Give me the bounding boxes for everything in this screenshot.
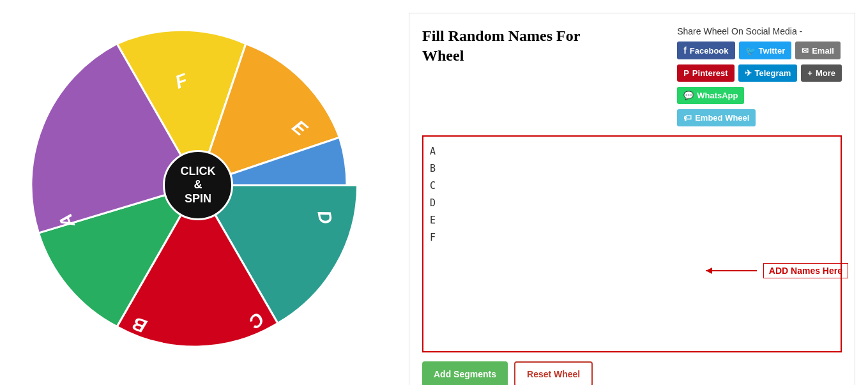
social-row-3: 💬 WhatsApp: [677, 87, 744, 104]
email-button[interactable]: ✉ Email: [795, 42, 841, 59]
spin-button[interactable]: CLICK&SPIN: [163, 150, 233, 220]
telegram-icon: ✈: [745, 68, 752, 78]
twitter-label: Twitter: [759, 46, 786, 56]
embed-label: Embed Wheel: [695, 113, 749, 123]
names-textarea[interactable]: A B C D E F: [422, 135, 842, 352]
facebook-button[interactable]: f Facebook: [677, 42, 735, 59]
panel-title: Fill Random Names For Wheel: [422, 26, 601, 66]
whatsapp-button[interactable]: 💬 WhatsApp: [677, 87, 744, 104]
whatsapp-label: WhatsApp: [697, 91, 738, 100]
social-label: Share Wheel On Social Media -: [677, 26, 802, 36]
social-row-1: f Facebook 🐦 Twitter ✉ Email: [677, 42, 841, 59]
social-row-4: 🏷 Embed Wheel: [677, 109, 756, 126]
twitter-button[interactable]: 🐦 Twitter: [739, 42, 792, 59]
social-section: Share Wheel On Social Media - f Facebook…: [677, 26, 842, 126]
action-row: Add Segments Reset Wheel: [422, 361, 842, 385]
pinterest-button[interactable]: P Pinterest: [677, 64, 734, 82]
bottom-area: Add Segments Reset Wheel Click Here Afte…: [422, 361, 842, 385]
facebook-icon: f: [683, 45, 687, 56]
add-segments-button[interactable]: Add Segments: [422, 361, 508, 385]
twitter-icon: 🐦: [745, 46, 756, 56]
add-arrow: [699, 264, 763, 277]
whatsapp-icon: 💬: [683, 91, 694, 100]
add-annotation: ADD Names Here: [699, 263, 848, 278]
more-label: More: [816, 68, 835, 78]
panel-container: Fill Random Names For Wheel Share Wheel …: [409, 13, 855, 385]
add-names-label: ADD Names Here: [763, 263, 848, 278]
embed-button[interactable]: 🏷 Embed Wheel: [677, 109, 756, 126]
embed-icon: 🏷: [683, 113, 692, 123]
more-icon: +: [807, 68, 812, 78]
wheel-container: F E D C B A CLICK&SPIN: [13, 13, 383, 351]
email-icon: ✉: [802, 46, 809, 56]
pinterest-label: Pinterest: [692, 68, 728, 78]
social-row-2: P Pinterest ✈ Telegram + More: [677, 64, 842, 82]
pinterest-icon: P: [683, 68, 689, 78]
facebook-label: Facebook: [690, 46, 729, 56]
telegram-button[interactable]: ✈ Telegram: [738, 64, 798, 82]
telegram-label: Telegram: [755, 68, 791, 78]
panel-header: Fill Random Names For Wheel Share Wheel …: [422, 26, 842, 126]
reset-wheel-button[interactable]: Reset Wheel: [514, 361, 593, 385]
email-label: Email: [812, 46, 834, 56]
names-area: A B C D E F ADD Names Here: [422, 135, 842, 355]
svg-marker-1: [706, 268, 712, 274]
wheel-wrapper: F E D C B A CLICK&SPIN: [32, 19, 364, 351]
more-button[interactable]: + More: [801, 64, 842, 82]
